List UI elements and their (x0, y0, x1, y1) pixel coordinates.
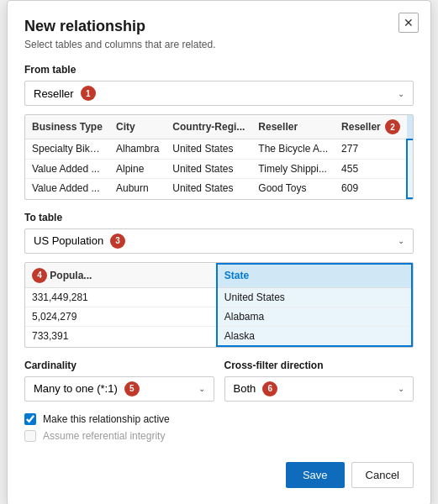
from-table-chevron-icon: ⌄ (398, 89, 404, 98)
cell-state: California (407, 139, 414, 160)
active-relationship-label: Make this relationship active (43, 413, 170, 425)
to-table-dropdown[interactable]: US Population 3 ⌄ (24, 228, 414, 254)
cardinality-group: Cardinality Many to one (*:1) 5 ⌄ (24, 360, 214, 402)
cell: 733,391 (25, 326, 217, 346)
reseller-badge: 2 (385, 119, 400, 134)
cell: 331,449,281 (25, 287, 217, 307)
cardinality-value: Many to one (*:1) (34, 382, 118, 395)
dialog-title: New relationship (24, 18, 414, 35)
cell: Specialty Bike... (25, 139, 109, 160)
cell: Auburn (109, 178, 166, 198)
population-badge: 4 (32, 268, 47, 283)
new-relationship-dialog: ✕ New relationship Select tables and col… (7, 0, 431, 504)
cell-state: Alabama (217, 307, 412, 326)
cell-state: United States (217, 287, 412, 307)
from-table-badge: 1 (81, 86, 96, 101)
cell: United States (166, 159, 251, 178)
cell-state: Alaska (217, 326, 412, 346)
col-state-province[interactable]: State-Province (407, 115, 414, 139)
table-row: 733,391 Alaska (25, 326, 412, 346)
dialog-subtitle: Select tables and columns that are relat… (24, 39, 414, 50)
crossfilter-badge: 6 (262, 381, 277, 396)
crossfilter-value: Both (234, 382, 256, 395)
cardinality-label: Cardinality (24, 360, 214, 371)
cancel-button[interactable]: Cancel (351, 462, 414, 488)
to-table-value: US Population (34, 234, 103, 247)
cardinality-badge: 5 (124, 381, 140, 396)
referential-integrity-label: Assume referential integrity (43, 430, 165, 442)
footer-buttons: Save Cancel (24, 462, 414, 488)
table-row: Value Added ... Auburn United States Goo… (25, 178, 414, 198)
cardinality-chevron-icon: ⌄ (198, 384, 205, 393)
table-row: 5,024,279 Alabama (25, 307, 412, 326)
table-row: Specialty Bike... Alhambra United States… (25, 139, 414, 160)
cell: The Bicycle A... (251, 139, 335, 160)
cell: 455 (335, 159, 407, 178)
table-row: 331,449,281 United States (25, 287, 412, 307)
col-city[interactable]: City (109, 115, 166, 139)
cell: United States (166, 178, 251, 198)
col-country[interactable]: Country-Regi... (166, 115, 251, 139)
cell-state: California (407, 178, 414, 198)
cell: Good Toys (251, 178, 335, 198)
crossfilter-dropdown[interactable]: Both 6 ⌄ (224, 376, 414, 402)
referential-integrity-row: Assume referential integrity (24, 430, 414, 442)
save-button[interactable]: Save (286, 462, 345, 488)
from-table-value: Reseller (34, 87, 74, 100)
crossfilter-group: Cross-filter direction Both 6 ⌄ (224, 360, 414, 402)
cardinality-crossfilter-row: Cardinality Many to one (*:1) 5 ⌄ Cross-… (24, 360, 414, 402)
cell: 609 (335, 178, 407, 198)
col-reseller[interactable]: Reseller (251, 115, 335, 139)
close-button[interactable]: ✕ (398, 13, 419, 33)
col-reseller2[interactable]: Reseller 2 (335, 115, 407, 139)
cell: 5,024,279 (25, 307, 217, 326)
col-state[interactable]: State (217, 264, 412, 288)
referential-integrity-checkbox[interactable] (24, 430, 36, 442)
to-table-chevron-icon: ⌄ (398, 236, 404, 245)
from-table-dropdown[interactable]: Reseller 1 ⌄ (24, 81, 414, 106)
cell-state: California (407, 159, 414, 178)
cell: Alhambra (109, 139, 166, 160)
cell: Value Added ... (25, 178, 109, 198)
cell: Value Added ... (25, 159, 109, 178)
col-population[interactable]: 4 Popula... (25, 264, 217, 288)
cell: Timely Shippi... (251, 159, 335, 178)
cardinality-dropdown[interactable]: Many to one (*:1) 5 ⌄ (24, 376, 214, 402)
active-relationship-checkbox[interactable] (24, 413, 36, 425)
cell: 277 (335, 139, 407, 160)
active-relationship-row: Make this relationship active (24, 413, 414, 425)
col-business-type[interactable]: Business Type (25, 115, 109, 139)
cell: United States (166, 139, 251, 160)
from-table-label: From table (24, 64, 414, 76)
to-table-label: To table (24, 212, 414, 223)
table-row: Value Added ... Alpine United States Tim… (25, 159, 414, 178)
from-table-grid: Business Type City Country-Regi... Resel… (24, 114, 414, 200)
to-table-badge: 3 (110, 234, 125, 249)
cell: Alpine (109, 159, 166, 178)
to-table-grid: 4 Popula... State 331,449,281 United Sta… (24, 262, 414, 348)
crossfilter-label: Cross-filter direction (224, 360, 414, 371)
crossfilter-chevron-icon: ⌄ (398, 384, 404, 393)
